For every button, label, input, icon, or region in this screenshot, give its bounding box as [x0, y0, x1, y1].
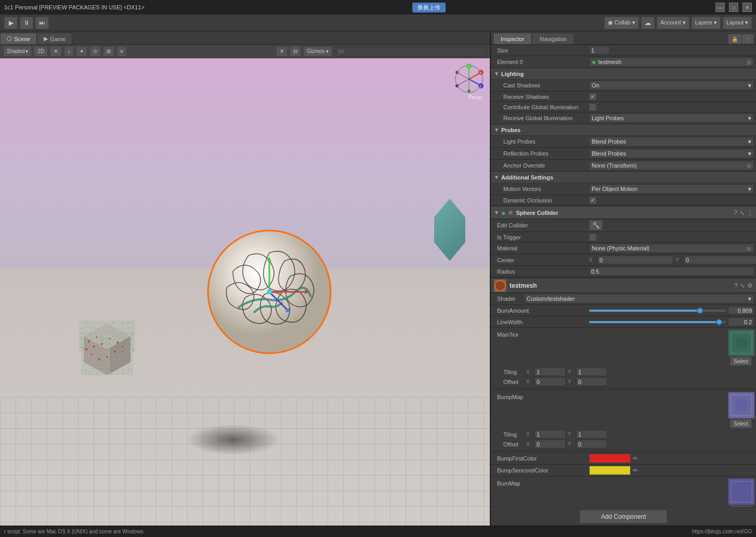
main-tex-offset-y[interactable] — [576, 377, 607, 386]
mesh-expand-icon[interactable]: ⤡ — [740, 282, 745, 289]
2d-btn[interactable]: 2D — [34, 46, 48, 57]
scene-panel: ⬡ Scene ▶ Game Shaded ▾ 2D ☀ ♪ ✦ ⊙ ⊞ ≡ ✕… — [0, 31, 491, 526]
scene-opt-btn[interactable]: ⊙ — [89, 46, 101, 57]
is-trigger-checkbox[interactable] — [589, 234, 596, 241]
bump-offset-x[interactable] — [535, 440, 566, 449]
bump-offset-y[interactable] — [576, 440, 607, 449]
burn-amount-thumb[interactable] — [697, 308, 703, 314]
radius-input[interactable] — [589, 267, 754, 276]
scene-tabs: ⬡ Scene ▶ Game — [0, 31, 490, 45]
gizmos-label: Gizmos ▾ — [307, 48, 329, 54]
collab-area: 换换上传 — [412, 3, 448, 12]
burn-amount-track[interactable] — [589, 310, 726, 312]
main-tex-tiling-x[interactable] — [535, 367, 566, 376]
view-size-btn[interactable]: ⊟ — [290, 46, 301, 57]
anchor-picker[interactable]: ◎ — [747, 163, 751, 169]
svg-point-9 — [267, 289, 272, 295]
line-width-track[interactable] — [589, 321, 726, 323]
tab-scene[interactable]: ⬡ Scene — [0, 33, 37, 44]
sc-help-icon[interactable]: ? — [734, 209, 737, 216]
scene-gizmo[interactable]: Y X Z — [453, 63, 485, 95]
element0-picker[interactable]: ◎ — [747, 59, 751, 65]
burn-amount-slider[interactable] — [589, 306, 754, 315]
tab-inspector[interactable]: Inspector — [493, 33, 532, 44]
line-width-thumb[interactable] — [716, 319, 722, 325]
grid-btn[interactable]: ⊞ — [103, 46, 114, 57]
sc-expand-icon[interactable]: ⤡ — [739, 209, 745, 216]
line-width-value[interactable] — [728, 317, 754, 326]
collab-upload-btn[interactable]: 换换上传 — [412, 3, 446, 12]
mesh-help-icon[interactable]: ? — [734, 282, 738, 289]
bump-tiling-x[interactable] — [535, 430, 566, 439]
layout-dropdown[interactable]: Layout ▾ — [723, 17, 752, 29]
center-y-input[interactable] — [684, 255, 756, 264]
light-btn[interactable]: ☀ — [50, 46, 62, 57]
bump-first-color-swatch[interactable] — [589, 454, 631, 463]
tab-game[interactable]: ▶ Game — [37, 33, 72, 44]
light-probes-dropdown[interactable]: Blend Probes ▾ — [589, 137, 754, 146]
step-btn[interactable]: ⏭ — [35, 17, 49, 29]
main-tex-swatch[interactable] — [728, 329, 754, 355]
dynamic-occlusion-checkbox[interactable]: ✓ — [589, 197, 596, 204]
minimize-btn[interactable]: — — [715, 3, 725, 12]
inspector-menu-btn[interactable]: ⋮ — [741, 34, 754, 44]
mesh-menu-icon[interactable]: ⚙ — [747, 282, 753, 289]
sc-menu-icon[interactable]: ⋮ — [747, 209, 753, 216]
search-input[interactable] — [334, 46, 487, 57]
anchor-override-field[interactable]: None (Transform) ◎ — [589, 161, 754, 170]
cast-shadows-dropdown[interactable]: On ▾ — [589, 81, 754, 90]
close-btn[interactable]: ✕ — [742, 3, 752, 12]
material-picker[interactable]: ◎ — [747, 246, 751, 251]
shader-dropdown[interactable]: Custom/testshader ▾ — [524, 294, 754, 303]
material-field[interactable]: None (Physic Material) ◎ — [589, 244, 754, 253]
lighting-section-header[interactable]: ▼ Lighting — [491, 68, 756, 80]
contribute-gi-checkbox[interactable] — [589, 104, 596, 111]
sc-enable-dot[interactable]: ● — [501, 209, 505, 217]
bump-second-color-swatch[interactable] — [589, 466, 631, 475]
element0-field[interactable]: ● testmesh ◎ — [589, 57, 754, 67]
bump-map-swatch[interactable] — [728, 392, 754, 418]
burn-amount-value[interactable] — [728, 306, 754, 315]
bump-first-color-picker[interactable]: ✏ — [633, 455, 638, 462]
layers-dropdown[interactable]: Layers ▾ — [692, 17, 721, 29]
receive-shadows-checkbox[interactable]: ✓ — [589, 93, 596, 100]
center-x-input[interactable] — [597, 255, 673, 264]
maximize-btn[interactable]: □ — [729, 3, 738, 12]
main-tex-select-btn[interactable]: Select — [730, 356, 752, 366]
bump-second-color-picker[interactable]: ✏ — [633, 467, 638, 474]
fx-btn[interactable]: ✦ — [76, 46, 87, 57]
tab-navigation[interactable]: Navigation — [532, 33, 575, 44]
cloud-btn[interactable]: ☁ — [641, 17, 655, 29]
burn-map-swatch[interactable] — [728, 478, 754, 504]
shaded-btn[interactable]: Shaded ▾ — [3, 46, 32, 57]
inspector-lock-btn[interactable]: 🔒 — [728, 34, 741, 44]
audio-btn[interactable]: ♪ — [64, 46, 74, 57]
collab-btn[interactable]: ◉ Collab ▾ — [604, 17, 639, 29]
size-value — [589, 46, 754, 55]
pause-btn[interactable]: ⏸ — [20, 17, 33, 29]
more-btn[interactable]: ≡ — [116, 46, 127, 57]
bump-tiling-y[interactable] — [576, 430, 607, 439]
add-component-btn[interactable]: Add Component — [580, 510, 668, 523]
gizmos-btn[interactable]: Gizmos ▾ — [303, 46, 332, 57]
probes-section-header[interactable]: ▼ Probes — [491, 124, 756, 136]
edit-collider-btn[interactable]: 🔧 — [589, 220, 603, 231]
svg-point-11 — [88, 340, 90, 342]
reflection-probes-dropdown[interactable]: Blend Probes ▾ — [589, 149, 754, 158]
motion-vectors-dropdown[interactable]: Per Object Motion ▾ — [589, 184, 754, 194]
bump-map-select-btn[interactable]: Select — [730, 419, 752, 428]
sc-title: Sphere Collider — [516, 210, 732, 216]
brain-sphere[interactable] — [202, 224, 337, 360]
bump-map-group: BumpMap Select Til — [491, 390, 756, 453]
line-width-slider[interactable] — [589, 317, 754, 326]
svg-text:X: X — [479, 71, 481, 74]
sc-enabled-checkbox[interactable]: ✓ — [507, 210, 514, 216]
main-tex-tiling-y[interactable] — [576, 367, 607, 376]
main-tex-offset-x[interactable] — [535, 377, 566, 386]
size-input[interactable] — [589, 46, 610, 55]
account-dropdown[interactable]: Account ▾ — [657, 17, 689, 29]
play-btn[interactable]: ▶ — [4, 17, 18, 29]
hand-btn[interactable]: ✕ — [276, 46, 288, 57]
additional-section-header[interactable]: ▼ Additional Settings — [491, 172, 756, 183]
receive-gi-dropdown[interactable]: Light Probes ▾ — [589, 113, 754, 123]
